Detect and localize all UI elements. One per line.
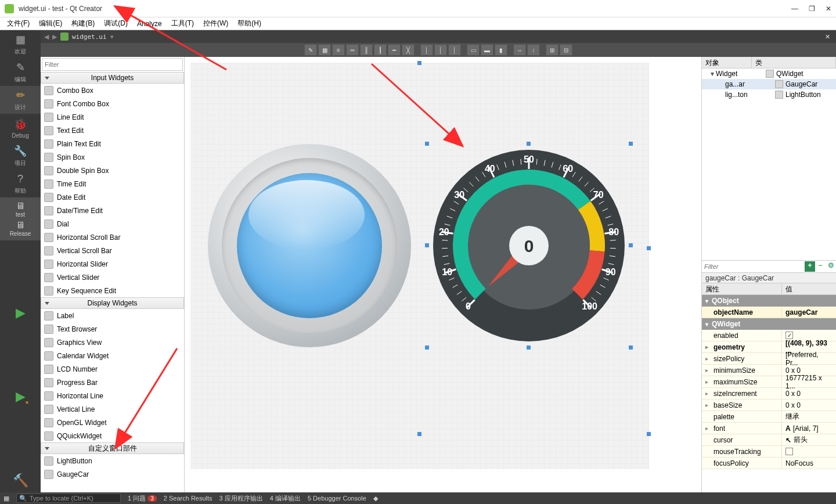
close-button[interactable]: ✕ [826,5,831,13]
output-pane-tab[interactable]: 5 Debugger Console [308,495,366,502]
menu-item[interactable]: 调试(D) [99,17,132,30]
resize-handle[interactable] [647,432,651,436]
object-col-header[interactable]: 对象 [702,57,752,68]
toolbar-button[interactable]: │ [434,44,447,56]
menu-item[interactable]: 控件(W) [199,17,233,30]
property-row[interactable]: ▸maximumSize16777215 x 1... [702,376,836,388]
history-fwd-icon[interactable]: ▶ [52,33,57,41]
menu-item[interactable]: 编辑(E) [34,17,67,30]
history-back-icon[interactable]: ◀ [44,33,49,41]
object-row[interactable]: ▾WidgetQWidget [702,69,836,79]
widget-item[interactable]: Vertical Scroll Bar [41,244,184,257]
locator-input[interactable]: 🔍 Type to locate (Ctrl+K) [16,494,121,503]
property-name-col[interactable]: 属性 [702,283,782,294]
toolbar-button[interactable]: ✎ [304,44,317,56]
panes-menu-icon[interactable]: ◆ [373,495,378,502]
toolbar-button[interactable]: ━ [388,44,401,56]
widget-item[interactable]: Vertical Slider [41,271,184,284]
widget-item[interactable]: Time Edit [41,177,184,190]
widget-item[interactable]: Double Spin Box [41,164,184,177]
toolbar-button[interactable]: ⊞ [546,44,558,56]
resize-handle[interactable] [527,142,531,146]
widget-item[interactable]: Vertical Line [41,402,184,416]
property-list[interactable]: QObjectobjectNamegaugeCarQWidgetenabled✓… [702,295,836,492]
widget-item[interactable]: LightButton [41,454,184,467]
toolbar-button[interactable]: ▦ [318,44,331,56]
build-target-selector[interactable]: 🖥test🖥Release [0,197,41,240]
widget-item[interactable]: GaugeCar [41,467,184,481]
build-button[interactable]: 🔨 [0,469,41,492]
menu-item[interactable]: Analyze [132,19,167,29]
toolbar-button[interactable]: ┃ [374,44,387,56]
class-col-header[interactable]: 类 [752,57,836,68]
toolbar-button[interactable]: ≡ [332,44,345,56]
property-row[interactable]: ▸sizeIncrement0 x 0 [702,388,836,399]
resize-handle[interactable] [417,432,421,436]
close-file-button[interactable]: ✕ [823,33,833,41]
resize-handle[interactable] [527,345,531,350]
property-row[interactable]: ▸baseSize0 x 0 [702,399,836,411]
mode-Debug[interactable]: 🐞Debug [0,114,41,142]
property-add-button[interactable]: + [805,261,815,272]
property-group[interactable]: QWidget [702,318,836,330]
property-menu-button[interactable]: ⚙ [826,261,836,272]
object-row[interactable]: ga...arGaugeCar [702,79,836,89]
toolbar-button[interactable]: ║ [360,44,373,56]
widget-item[interactable]: Text Edit [41,124,184,137]
widget-item[interactable]: Horizontal Line [41,389,184,402]
property-row[interactable]: cursor↖ 箭头 [702,434,836,446]
toolbar-button[interactable]: ═ [346,44,359,56]
mode-欢迎[interactable]: ▦欢迎 [0,30,41,58]
widget-item[interactable]: Text Browser [41,322,184,336]
output-pane-tab[interactable]: 1 问题 3 [128,494,157,503]
output-pane-tab[interactable]: 2 Search Results [164,495,212,502]
menu-item[interactable]: 文件(F) [2,17,34,30]
widget-item[interactable]: Line Edit [41,110,184,124]
lightbutton-widget[interactable] [208,144,411,347]
widget-item[interactable]: Spin Box [41,150,184,164]
resize-handle[interactable] [417,61,421,65]
widget-item[interactable]: Font Combo Box [41,97,184,110]
toolbar-button[interactable]: │ [420,44,433,56]
widget-category[interactable]: Display Widgets [41,297,184,309]
minimize-button[interactable]: — [791,5,798,13]
resize-handle[interactable] [629,142,633,146]
toolbar-button[interactable]: ▮ [495,44,507,56]
mode-编辑[interactable]: ✎编辑 [0,58,41,86]
toolbar-button[interactable]: ↕ [527,44,540,56]
resize-handle[interactable] [647,246,651,250]
widget-category[interactable]: Input Widgets [41,72,184,84]
widget-item[interactable]: Combo Box [41,84,184,97]
property-row[interactable]: ▸fontA [Arial, 7] [702,423,836,434]
widget-item[interactable]: Calendar Widget [41,349,184,362]
widget-item[interactable]: Label [41,309,184,322]
mode-帮助[interactable]: ?帮助 [0,170,41,197]
widget-item[interactable]: LCD Number [41,362,184,376]
checkbox-icon[interactable]: ✓ [785,332,793,339]
run-button[interactable]: ▶ [0,301,41,325]
gaugecar-widget[interactable]: 01020304050607080901000 [427,144,630,347]
menu-item[interactable]: 构建(B) [67,17,99,30]
resize-handle[interactable] [425,243,429,247]
widget-item[interactable]: Graphics View [41,336,184,349]
property-row[interactable]: palette继承 [702,411,836,423]
resize-handle[interactable] [629,243,633,247]
output-pane-tab[interactable]: 3 应用程序输出 [219,494,263,503]
widget-item[interactable]: Progress Bar [41,376,184,389]
property-row[interactable]: mouseTracking [702,446,836,458]
resize-handle[interactable] [425,142,429,146]
form-canvas[interactable]: 01020304050607080901000 [190,63,649,469]
widget-item[interactable]: Date Edit [41,190,184,204]
maximize-button[interactable]: ❐ [809,5,815,13]
mode-设计[interactable]: ✏设计 [0,86,41,114]
checkbox-icon[interactable] [785,448,793,455]
output-pane-tab[interactable]: 4 编译输出 [270,494,301,503]
toolbar-button[interactable]: ▬ [481,44,493,56]
dropdown-icon[interactable]: ▾ [110,33,114,41]
menu-item[interactable]: 帮助(H) [233,17,266,30]
property-row[interactable]: ▸sizePolicy[Preferred, Pr... [702,353,836,365]
menu-item[interactable]: 工具(T) [167,17,199,30]
toolbar-button[interactable]: ⊟ [560,44,572,56]
run-debug-button[interactable]: ▶● [0,385,41,408]
mode-项目[interactable]: 🔧项目 [0,142,41,170]
